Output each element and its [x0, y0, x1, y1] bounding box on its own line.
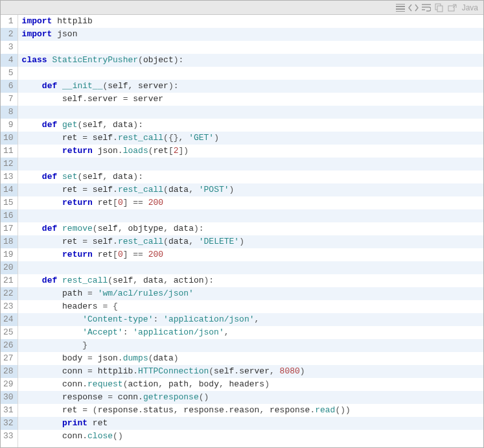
line-number: 30: [1, 391, 17, 404]
code-line[interactable]: 'Content-type': 'application/json',: [18, 313, 483, 326]
line-number: 31: [1, 404, 17, 417]
line-number: 23: [1, 300, 17, 313]
code-line[interactable]: return ret[0] == 200: [18, 248, 483, 261]
code-line[interactable]: [18, 106, 483, 119]
code-line[interactable]: path = 'wm/acl/rules/json': [18, 287, 483, 300]
line-number: 32: [1, 417, 17, 430]
code-line[interactable]: ret = self.rest_call(data, 'POST'): [18, 183, 483, 196]
line-number: 25: [1, 326, 17, 339]
code-line[interactable]: ret = (response.status, response.reason,…: [18, 404, 483, 417]
line-number: 20: [1, 261, 17, 274]
line-number: 19: [1, 248, 17, 261]
popout-icon[interactable]: [446, 3, 458, 13]
code-line[interactable]: class StaticEntryPusher(object):: [18, 54, 483, 67]
code-line[interactable]: headers = {: [18, 300, 483, 313]
code-line[interactable]: conn = httplib.HTTPConnection(self.serve…: [18, 365, 483, 378]
line-number: 33: [1, 430, 17, 443]
code-line[interactable]: ret = self.rest_call({}, 'GET'): [18, 132, 483, 145]
line-number: 22: [1, 287, 17, 300]
line-number: 24: [1, 313, 17, 326]
code-line[interactable]: response = conn.getresponse(): [18, 391, 483, 404]
code-line[interactable]: conn.request(action, path, body, headers…: [18, 378, 483, 391]
code-line[interactable]: def set(self, data):: [18, 171, 483, 183]
line-number: 12: [1, 158, 17, 171]
line-number: 1: [1, 15, 17, 28]
code-line[interactable]: def remove(self, objtype, data):: [18, 222, 483, 235]
code-line[interactable]: ret = self.rest_call(data, 'DELETE'): [18, 235, 483, 248]
code-line[interactable]: import json: [18, 28, 483, 41]
line-number: 2: [1, 28, 17, 41]
line-gutter: 1234567891011121314151617181920212223242…: [1, 15, 18, 447]
code-line[interactable]: conn.close(): [18, 430, 483, 443]
code-line[interactable]: 'Accept': 'application/json',: [18, 326, 483, 339]
svg-rect-2: [448, 6, 454, 11]
line-number: 13: [1, 171, 17, 183]
code-line[interactable]: return json.loads(ret[2]): [18, 145, 483, 158]
line-number: 21: [1, 274, 17, 287]
code-content[interactable]: import httplibimport json class StaticEn…: [18, 15, 483, 447]
code-line[interactable]: return ret[0] == 200: [18, 196, 483, 209]
code-line[interactable]: [18, 261, 483, 274]
copy-icon[interactable]: [433, 3, 445, 13]
line-number: 18: [1, 235, 17, 248]
line-number: 16: [1, 209, 17, 222]
line-number: 10: [1, 132, 17, 145]
code-line[interactable]: def rest_call(self, data, action):: [18, 274, 483, 287]
editor-toolbar: Java: [1, 1, 483, 15]
line-number: 8: [1, 106, 17, 119]
line-number: 15: [1, 196, 17, 209]
line-number: 5: [1, 67, 17, 80]
code-line[interactable]: print ret: [18, 417, 483, 430]
line-number: 28: [1, 365, 17, 378]
code-line[interactable]: import httplib: [18, 15, 483, 28]
code-line[interactable]: self.server = server: [18, 93, 483, 106]
code-line[interactable]: [18, 67, 483, 80]
wrap-icon[interactable]: [421, 3, 432, 13]
svg-rect-1: [437, 6, 443, 12]
line-number: 17: [1, 222, 17, 235]
line-number: 29: [1, 378, 17, 391]
line-number: 7: [1, 93, 17, 106]
line-number: 4: [1, 54, 17, 67]
code-line[interactable]: def get(self, data):: [18, 119, 483, 132]
code-line[interactable]: [18, 41, 483, 54]
line-number: 14: [1, 183, 17, 196]
code-line[interactable]: [18, 158, 483, 171]
code-area[interactable]: 1234567891011121314151617181920212223242…: [1, 15, 483, 447]
line-number: 9: [1, 119, 17, 132]
menu-icon[interactable]: [395, 3, 406, 13]
code-line[interactable]: [18, 209, 483, 222]
line-number: 27: [1, 352, 17, 365]
line-number: 26: [1, 339, 17, 352]
code-icon[interactable]: [408, 3, 419, 13]
line-number: 3: [1, 41, 17, 54]
line-number: 11: [1, 145, 17, 158]
line-number: 6: [1, 80, 17, 93]
code-line[interactable]: def __init__(self, server):: [18, 80, 483, 93]
code-line[interactable]: body = json.dumps(data): [18, 352, 483, 365]
code-line[interactable]: }: [18, 339, 483, 352]
language-label: Java: [462, 3, 478, 12]
